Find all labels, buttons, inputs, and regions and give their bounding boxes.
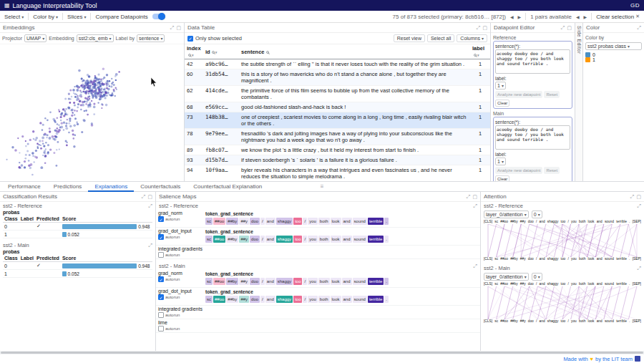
embedding-scatter-plot[interactable] bbox=[0, 44, 184, 181]
clear-button[interactable]: Clear bbox=[495, 175, 509, 181]
salience-maps-panel: Salience Maps ⤢▢ sst2 - Reference⤢grad_n… bbox=[156, 192, 481, 351]
columns-button[interactable]: Columns▾ bbox=[457, 34, 487, 42]
salience-token: / bbox=[260, 236, 265, 243]
apps-grid-icon[interactable]: ▦ bbox=[4, 2, 10, 9]
embedding-select[interactable]: sst2:cls_emb▾ bbox=[77, 34, 114, 42]
app-title: Language Interpretability Tool bbox=[13, 2, 97, 9]
search-icon[interactable] bbox=[212, 51, 215, 54]
table-row[interactable]: 6031db54…this is a story of two maverick… bbox=[185, 69, 490, 86]
expand-icon[interactable]: ⤢ bbox=[473, 263, 477, 269]
expand-icon[interactable]: ⤢ bbox=[467, 194, 471, 200]
autorun-checkbox[interactable]: ✓autorun bbox=[158, 276, 205, 282]
next-pair-icon[interactable]: ▶ bbox=[584, 14, 587, 19]
side-editor-tab[interactable]: Side Editor bbox=[575, 23, 583, 181]
data-table-scroll-area[interactable]: index▾id▾sentencelabel▾ 42a9bc96…the sub… bbox=[185, 44, 490, 181]
footer-team[interactable]: by the LIT team bbox=[595, 356, 633, 362]
autorun-checkbox[interactable]: ✓autorun bbox=[158, 294, 205, 300]
search-icon[interactable] bbox=[266, 51, 269, 54]
attention-token: look bbox=[588, 282, 595, 286]
expand-icon[interactable]: ⤢ bbox=[473, 203, 477, 209]
label-select[interactable]: 1▾ bbox=[495, 82, 506, 89]
clear-selection-button[interactable]: Clear selection✕ bbox=[596, 14, 640, 20]
clear-button[interactable]: Clear bbox=[495, 100, 509, 107]
layer-select[interactable]: layer_0/attention▾ bbox=[484, 273, 529, 281]
autorun-checkbox[interactable]: ✓autorun bbox=[158, 234, 205, 240]
attention-token: and bbox=[597, 319, 602, 324]
head-select[interactable]: 0▾ bbox=[532, 210, 542, 218]
reset-button[interactable]: Reset bbox=[544, 91, 560, 98]
expand-icon[interactable]: ⤢ bbox=[170, 25, 175, 31]
tab-predictions[interactable]: Predictions bbox=[47, 182, 89, 192]
expand-icon[interactable]: ⤢ bbox=[637, 203, 641, 209]
expand-icon[interactable]: ⤢ bbox=[148, 203, 152, 209]
sentence-input[interactable] bbox=[495, 125, 570, 150]
maximize-icon[interactable]: ▢ bbox=[147, 194, 152, 200]
label-select[interactable]: 1▾ bbox=[495, 158, 506, 165]
table-row[interactable]: 9410f9aa…byler reveals his characters in… bbox=[185, 165, 490, 182]
slices-menu[interactable]: Slices▾ bbox=[67, 14, 86, 20]
analyze-new-datapoint-button[interactable]: Analyze new datapoint bbox=[495, 167, 542, 174]
table-row[interactable]: 73148b38…one of creepiest , scariest mov… bbox=[185, 112, 490, 129]
expand-icon[interactable]: ⤢ bbox=[142, 194, 146, 200]
autorun-checkbox[interactable]: autorun bbox=[158, 312, 205, 318]
salience-token: too bbox=[293, 236, 302, 243]
compare-datapoints-toggle[interactable] bbox=[152, 14, 165, 19]
tab-counterfactual-explanation[interactable]: Counterfactual Explanation bbox=[187, 182, 268, 192]
color-by-select[interactable]: sst2 probas class▾ bbox=[585, 42, 642, 50]
search-icon[interactable] bbox=[474, 54, 477, 57]
expand-icon[interactable]: ⤢ bbox=[148, 243, 152, 248]
autorun-checkbox[interactable]: autorun bbox=[158, 326, 205, 331]
user-avatar[interactable]: GD bbox=[630, 2, 640, 9]
only-show-selected-checkbox[interactable]: ✓ Only show selected bbox=[187, 35, 242, 42]
analyze-new-datapoint-button[interactable]: Analyze new datapoint bbox=[495, 91, 542, 98]
maximize-icon[interactable]: ▢ bbox=[472, 194, 477, 200]
column-header-label[interactable]: label▾ bbox=[470, 44, 490, 59]
select-all-button[interactable]: Select all bbox=[427, 34, 454, 42]
autorun-checkbox[interactable]: ✓autorun bbox=[158, 216, 205, 222]
tab-counterfactuals[interactable]: Counterfactuals bbox=[134, 182, 187, 192]
tab-explanations[interactable]: Explanations bbox=[88, 182, 134, 192]
maximize-icon[interactable]: ▢ bbox=[482, 25, 487, 31]
maximize-icon[interactable]: ▢ bbox=[567, 25, 572, 31]
column-header-id[interactable]: id▾ bbox=[203, 44, 239, 59]
editor-section-label: Main bbox=[493, 111, 572, 116]
tab-performance[interactable]: Performance bbox=[1, 182, 47, 192]
layer-select[interactable]: layer_0/attention▾ bbox=[484, 210, 529, 218]
salience-token: terrible bbox=[368, 296, 384, 303]
color-by-menu[interactable]: Color by▾ bbox=[33, 14, 58, 20]
table-row[interactable]: 789e79ee…fresnadillo 's dark and jolting… bbox=[185, 129, 490, 145]
select-menu[interactable]: Select▾ bbox=[4, 14, 24, 20]
prev-datapoint-icon[interactable]: ◀ bbox=[510, 14, 514, 19]
sort-icon[interactable]: ▾ bbox=[477, 53, 479, 57]
head-select[interactable]: 0▾ bbox=[532, 273, 542, 281]
table-row[interactable]: 42a9bc96…the subtle strength of `` ellin… bbox=[185, 59, 490, 69]
table-row[interactable]: 89fb8c07…we know the plot 's a little cr… bbox=[185, 145, 490, 155]
sentence-input[interactable] bbox=[495, 49, 570, 74]
horizontal-scrollbar[interactable] bbox=[0, 351, 644, 354]
score-bar bbox=[62, 232, 67, 237]
drag-handle-icon[interactable]: ≡ bbox=[321, 183, 324, 190]
sort-icon[interactable]: ▾ bbox=[192, 53, 194, 57]
salience-token: sc bbox=[205, 236, 213, 243]
expand-icon[interactable]: ⤢ bbox=[637, 266, 641, 271]
expand-icon[interactable]: ⤢ bbox=[561, 25, 565, 31]
search-icon[interactable] bbox=[188, 54, 191, 57]
reset-view-button[interactable]: Reset view bbox=[394, 34, 425, 42]
reset-button[interactable]: Reset bbox=[544, 167, 560, 174]
table-row[interactable]: 68e569cc…good old-fashioned slash-and-ha… bbox=[185, 102, 490, 112]
maximize-icon[interactable]: ▢ bbox=[636, 194, 641, 200]
expand-icon[interactable]: ⤢ bbox=[637, 25, 641, 31]
label-by-select[interactable]: sentence▾ bbox=[137, 34, 165, 42]
prev-pair-icon[interactable]: ◀ bbox=[576, 14, 580, 19]
expand-icon[interactable]: ⤢ bbox=[477, 25, 481, 31]
column-header-index[interactable]: index▾ bbox=[185, 44, 203, 59]
projector-select[interactable]: UMAP▾ bbox=[24, 34, 47, 42]
scrollbar-thumb[interactable] bbox=[1, 352, 643, 354]
column-header-sentence[interactable]: sentence bbox=[239, 44, 470, 59]
autorun-checkbox[interactable]: autorun bbox=[158, 252, 205, 258]
maximize-icon[interactable]: ▢ bbox=[176, 25, 181, 31]
next-datapoint-icon[interactable]: ▶ bbox=[518, 14, 522, 19]
table-row[interactable]: 62414cde…the primitive force of this fil… bbox=[185, 86, 490, 102]
table-row[interactable]: 93d15b7d…if steven soderbergh 's ` solar… bbox=[185, 155, 490, 165]
expand-icon[interactable]: ⤢ bbox=[630, 194, 635, 200]
